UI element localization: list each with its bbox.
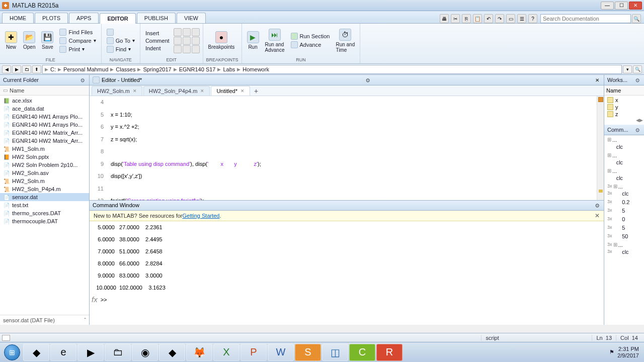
insert-fx-icon[interactable] [183,28,191,36]
tab-apps[interactable]: APPS [69,13,99,23]
advance-button[interactable]: Advance [289,41,332,49]
taskbar-app1[interactable]: ◆ [159,344,185,361]
workspace-var[interactable]: x [605,97,643,104]
file-item[interactable]: 📄thermo_scores.DAT [0,209,89,217]
new-button[interactable]: ✚New [3,30,19,51]
file-item[interactable]: 📄HW2_Soln.asv [0,169,89,177]
code-analyzer-bar[interactable] [597,96,604,200]
history-item[interactable]: 3x 50 [605,233,643,241]
history-item[interactable]: 3x⊞... [605,183,643,190]
qat-help-icon[interactable]: ? [528,14,537,23]
file-item[interactable]: 📄test.txt [0,201,89,209]
taskbar-app2[interactable]: ◫ [322,344,348,361]
goto-button[interactable]: Go To ▾ [105,37,137,45]
workspace-scroll-right-icon[interactable]: ▶ [639,118,643,125]
indent-smart-icon[interactable] [192,45,200,53]
workspace-menu-icon[interactable]: ⊙ [634,76,641,83]
history-item[interactable]: 3x 5 [605,224,643,233]
compare-button[interactable]: Compare ▾ [57,37,98,45]
system-tray[interactable]: ⚑ 2:31 PM2/9/2017 [606,346,642,359]
command-window-body[interactable]: 5.0000 27.0000 2.2361 6.0000 38.0000 2.4… [90,221,604,325]
path-back-button[interactable]: ◀ [2,65,11,73]
analyzer-status-icon[interactable] [598,97,603,102]
tab-plots[interactable]: PLOTS [35,13,68,23]
search-input[interactable] [540,14,631,23]
search-button[interactable]: 🔍 [632,14,641,23]
editor-tab[interactable]: HW2_Soln_P4p4.m✕ [143,86,210,96]
tab-close-icon[interactable]: ✕ [133,88,137,94]
taskbar-matlab[interactable]: ◆ [23,344,49,361]
maximize-button[interactable]: ☐ [615,2,628,10]
taskbar-snagit[interactable]: S [295,344,321,361]
taskbar-powerpoint[interactable]: P [240,344,267,361]
editor-tab-add[interactable]: + [251,86,261,96]
qat-save-icon[interactable]: 🖶 [440,14,449,23]
find-files-button[interactable]: Find Files [57,28,98,36]
details-expand-icon[interactable]: ˆ [84,317,86,323]
workspace-var[interactable]: y [605,104,643,111]
comment-button[interactable]: Comment [143,37,172,44]
fx-icon[interactable]: fx [92,294,98,306]
tab-publish[interactable]: PUBLISH [137,13,176,23]
path-search-button[interactable]: 🔍 [633,65,642,73]
find-button[interactable]: Find ▾ [105,45,137,53]
history-item[interactable]: clc [605,174,643,183]
file-name-column[interactable]: ▭Name [0,85,89,96]
start-button[interactable]: ⊞ [2,343,22,361]
insert-drop-icon[interactable] [192,28,200,36]
uncomment-icon[interactable] [183,37,191,45]
run-advance-button[interactable]: ⏭Run and Advance [263,28,287,54]
workspace-scroll-left-icon[interactable]: ◀ [636,118,639,125]
taskbar-firefox[interactable]: 🦊 [186,344,212,361]
file-item[interactable]: 📄EGNR140 HW1 Arrays Plo... [0,121,89,129]
tray-clock[interactable]: 2:31 PM2/9/2017 [617,346,639,359]
file-item[interactable]: 📗ace.xlsx [0,97,89,105]
current-folder-menu-icon[interactable]: ⊙ [79,76,86,83]
history-item[interactable]: clc [605,143,643,152]
path-up-button[interactable]: 🗀 [22,65,31,73]
path-browse-button[interactable]: ▾ [623,65,632,73]
editor-dock-icon[interactable]: ⊙ [364,76,371,83]
insert-button[interactable]: Insert [143,30,172,37]
file-item[interactable]: 📄EGNR140 HW2 Matrix_Arr... [0,137,89,145]
insert-section-icon[interactable] [174,28,182,36]
getting-started-link[interactable]: Getting Started [182,213,219,219]
taskbar-recorder[interactable]: R [376,344,403,361]
path-forward-button[interactable]: ▶ [12,65,21,73]
indent-right-icon[interactable] [174,45,182,53]
workspace-name-col[interactable]: Name [604,85,644,96]
editor-body[interactable]: 45x = 1:10;6y = x.^2 +2;7z = sqrt(x);89d… [90,96,604,200]
tray-flag-icon[interactable]: ⚑ [609,349,614,355]
indent-button[interactable]: Indent [143,45,172,52]
qat-copy-icon[interactable]: ⎘ [462,14,471,23]
file-item[interactable]: 📜HW1_Soln.m [0,145,89,153]
tab-close-icon[interactable]: ✕ [240,88,245,94]
qat-layout-icon[interactable]: ☰ [517,14,526,23]
open-button[interactable]: 📂Open [21,30,37,51]
taskbar-word[interactable]: W [268,344,294,361]
history-item[interactable]: 3x⊞... [605,241,643,248]
cmdwin-menu-icon[interactable]: ⊙ [594,202,601,209]
save-button[interactable]: 💾Save [39,30,55,51]
file-item[interactable]: 📄EGNR140 HW2 Matrix_Arr... [0,129,89,137]
history-item[interactable]: 3x clc [605,248,643,257]
tab-close-icon[interactable]: ✕ [200,88,204,94]
tab-home[interactable]: HOME [2,13,34,23]
run-button[interactable]: ▶Run [245,30,261,51]
history-item[interactable]: 3x 0.2 [605,199,643,207]
taskbar-excel[interactable]: X [213,344,239,361]
qat-step-icon[interactable]: ▭ [506,14,515,23]
close-button[interactable]: ✕ [629,2,642,10]
print-button[interactable]: Print ▾ [57,45,98,53]
history-menu-icon[interactable]: ⊙ [634,126,641,133]
taskbar-camtasia[interactable]: C [349,344,375,361]
workspace-var[interactable]: z [605,111,643,118]
run-section-button[interactable]: Run Section [289,32,332,40]
workspace-list[interactable]: xyz [604,96,644,118]
history-item[interactable]: 3x clc [605,190,643,199]
editor-tab[interactable]: Untitled*✕ [211,86,250,96]
qat-cut-icon[interactable]: ✂ [451,14,460,23]
tab-editor[interactable]: EDITOR [100,13,135,24]
file-item[interactable]: 📜HW2_Soln.m [0,177,89,185]
history-item[interactable]: 3x 5 [605,207,643,216]
